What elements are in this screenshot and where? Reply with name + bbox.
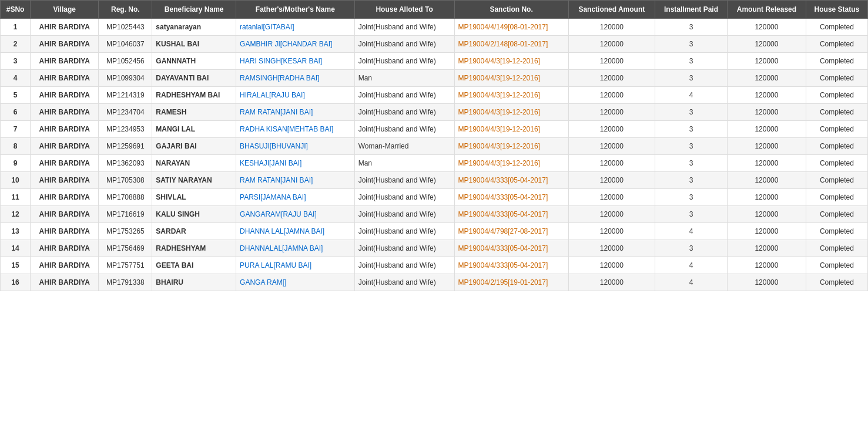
cell-sanctioned-amount: 120000 — [568, 53, 655, 70]
cell-installment-paid: 3 — [655, 121, 728, 138]
cell-reg-no: MP1234704 — [99, 104, 152, 121]
cell-house-alloted: Joint(Husband and Wife) — [354, 274, 454, 291]
table-row: 4AHIR BARDIYAMP1099304DAYAVANTI BAIRAMSI… — [1, 70, 868, 87]
cell-completed: Completed — [806, 70, 867, 87]
table-row: 16AHIR BARDIYAMP1791338BHAIRUGANGA RAM[]… — [1, 274, 868, 291]
cell-sno: 12 — [1, 206, 31, 223]
cell-house-alloted: Joint(Husband and Wife) — [354, 223, 454, 240]
table-row: 1AHIR BARDIYAMP1025443satyanarayanratanl… — [1, 19, 868, 36]
cell-sno: 16 — [1, 274, 31, 291]
cell-village: AHIR BARDIYA — [31, 19, 99, 36]
cell-installment-paid: 3 — [655, 206, 728, 223]
cell-reg-no: MP1046037 — [99, 36, 152, 53]
cell-sanction-no: MP19004/4/798[27-08-2017] — [454, 223, 568, 240]
cell-sno: 9 — [1, 155, 31, 172]
cell-sanction-no: MP19004/2/195[19-01-2017] — [454, 274, 568, 291]
cell-reg-no: MP1214319 — [99, 87, 152, 104]
cell-beneficiary: GAJARI BAI — [152, 138, 236, 155]
cell-fathers: HIRALAL[RAJU BAI] — [236, 87, 355, 104]
cell-installment-paid: 4 — [655, 223, 728, 240]
cell-sanctioned-amount: 120000 — [568, 36, 655, 53]
cell-village: AHIR BARDIYA — [31, 206, 99, 223]
cell-fathers: BHASUJI[BHUVANJI] — [236, 138, 355, 155]
cell-installment-paid: 4 — [655, 274, 728, 291]
cell-completed: Completed — [806, 223, 867, 240]
table-row: 5AHIR BARDIYAMP1214319RADHESHYAM BAIHIRA… — [1, 87, 868, 104]
cell-fathers: GANGARAM[RAJU BAI] — [236, 206, 355, 223]
cell-amount-released: 120000 — [728, 104, 806, 121]
table-row: 10AHIR BARDIYAMP1705308SATIY NARAYANRAM … — [1, 172, 868, 189]
cell-village: AHIR BARDIYA — [31, 172, 99, 189]
cell-sanction-no: MP19004/4/333[05-04-2017] — [454, 172, 568, 189]
cell-beneficiary: KALU SINGH — [152, 206, 236, 223]
cell-installment-paid: 3 — [655, 155, 728, 172]
cell-sno: 14 — [1, 240, 31, 257]
cell-beneficiary: MANGI LAL — [152, 121, 236, 138]
cell-completed: Completed — [806, 172, 867, 189]
cell-reg-no: MP1099304 — [99, 70, 152, 87]
cell-sanction-no: MP19004/4/3[19-12-2016] — [454, 70, 568, 87]
cell-reg-no: MP1757751 — [99, 257, 152, 274]
table-row: 3AHIR BARDIYAMP1052456GANNNATHHARI SINGH… — [1, 53, 868, 70]
cell-amount-released: 120000 — [728, 87, 806, 104]
cell-sanctioned-amount: 120000 — [568, 70, 655, 87]
cell-house-alloted: Joint(Husband and Wife) — [354, 53, 454, 70]
cell-reg-no: MP1756469 — [99, 240, 152, 257]
table-row: 6AHIR BARDIYAMP1234704RAMESHRAM RATAN[JA… — [1, 104, 868, 121]
table-row: 2AHIR BARDIYAMP1046037KUSHAL BAIGAMBHIR … — [1, 36, 868, 53]
cell-reg-no: MP1052456 — [99, 53, 152, 70]
cell-reg-no: MP1362093 — [99, 155, 152, 172]
cell-sanctioned-amount: 120000 — [568, 121, 655, 138]
cell-reg-no: MP1791338 — [99, 274, 152, 291]
cell-beneficiary: NARAYAN — [152, 155, 236, 172]
cell-village: AHIR BARDIYA — [31, 104, 99, 121]
col-amount-released: Amount Released — [728, 1, 806, 19]
cell-beneficiary: BHAIRU — [152, 274, 236, 291]
cell-completed: Completed — [806, 206, 867, 223]
cell-sanction-no: MP19004/4/333[05-04-2017] — [454, 189, 568, 206]
cell-completed: Completed — [806, 240, 867, 257]
cell-sanctioned-amount: 120000 — [568, 104, 655, 121]
cell-beneficiary: GEETA BAI — [152, 257, 236, 274]
cell-installment-paid: 3 — [655, 240, 728, 257]
cell-beneficiary: satyanarayan — [152, 19, 236, 36]
cell-amount-released: 120000 — [728, 36, 806, 53]
cell-house-alloted: Man — [354, 70, 454, 87]
cell-house-alloted: Joint(Husband and Wife) — [354, 189, 454, 206]
beneficiary-table: #SNo Village Reg. No. Beneficiary Name F… — [0, 0, 868, 291]
table-header: #SNo Village Reg. No. Beneficiary Name F… — [1, 1, 868, 19]
cell-reg-no: MP1716619 — [99, 206, 152, 223]
col-sanction-no: Sanction No. — [454, 1, 568, 19]
cell-beneficiary: SARDAR — [152, 223, 236, 240]
cell-sanctioned-amount: 120000 — [568, 274, 655, 291]
col-installment-paid: Installment Paid — [655, 1, 728, 19]
cell-sanctioned-amount: 120000 — [568, 138, 655, 155]
cell-installment-paid: 4 — [655, 87, 728, 104]
cell-reg-no: MP1025443 — [99, 19, 152, 36]
cell-fathers: PURA LAL[RAMU BAI] — [236, 257, 355, 274]
cell-house-alloted: Joint(Husband and Wife) — [354, 121, 454, 138]
cell-reg-no: MP1753265 — [99, 223, 152, 240]
cell-sno: 5 — [1, 87, 31, 104]
col-house-alloted-to: House Alloted To — [354, 1, 454, 19]
cell-village: AHIR BARDIYA — [31, 257, 99, 274]
cell-village: AHIR BARDIYA — [31, 36, 99, 53]
col-village: Village — [31, 1, 99, 19]
cell-sno: 11 — [1, 189, 31, 206]
cell-sno: 15 — [1, 257, 31, 274]
cell-installment-paid: 3 — [655, 53, 728, 70]
cell-house-alloted: Joint(Husband and Wife) — [354, 257, 454, 274]
cell-village: AHIR BARDIYA — [31, 138, 99, 155]
cell-sanctioned-amount: 120000 — [568, 172, 655, 189]
cell-house-alloted: Joint(Husband and Wife) — [354, 36, 454, 53]
cell-installment-paid: 3 — [655, 189, 728, 206]
cell-house-alloted: Joint(Husband and Wife) — [354, 19, 454, 36]
col-father-mother-name: Father's/Mother's Name — [236, 1, 355, 19]
cell-completed: Completed — [806, 189, 867, 206]
cell-village: AHIR BARDIYA — [31, 223, 99, 240]
cell-house-alloted: Joint(Husband and Wife) — [354, 206, 454, 223]
cell-beneficiary: RADHESHYAM BAI — [152, 87, 236, 104]
cell-beneficiary: SHIVLAL — [152, 189, 236, 206]
cell-village: AHIR BARDIYA — [31, 189, 99, 206]
cell-sanction-no: MP19004/4/333[05-04-2017] — [454, 240, 568, 257]
